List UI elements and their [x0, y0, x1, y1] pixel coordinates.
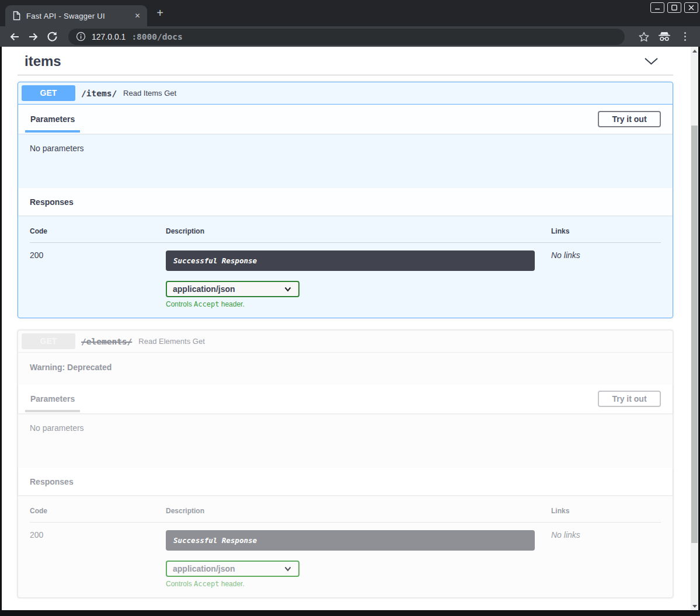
response-row: 200 Successful Response application/json… — [30, 243, 661, 308]
parameters-tab[interactable]: Parameters — [25, 394, 80, 403]
window-close-button[interactable] — [684, 2, 698, 13]
column-description: Description — [166, 507, 551, 515]
operation-get-elements-deprecated: GET /elements/ Read Elements Get Warning… — [18, 330, 673, 598]
forward-button[interactable] — [26, 29, 41, 44]
try-it-out-button[interactable]: Try it out — [598, 391, 661, 407]
responses-header: Responses — [18, 188, 673, 215]
column-code: Code — [30, 507, 166, 515]
address-bar[interactable]: 127.0.0.1:8000/docs — [68, 29, 625, 45]
deprecated-warning: Warning: Deprecated — [18, 353, 673, 384]
url-path: :8000/docs — [131, 32, 182, 41]
method-badge: GET — [22, 85, 75, 101]
accept-header-hint: Controls Accept header. — [166, 580, 551, 588]
url-host: 127.0.0.1 — [92, 32, 126, 41]
accept-header-hint: Controls Accept header. — [166, 300, 551, 308]
response-description-cell: Successful Response application/json Con… — [166, 530, 551, 588]
responses-title: Responses — [30, 477, 74, 486]
page-viewport: items GET /items/ Read Items Get Paramet… — [2, 47, 698, 610]
swagger-ui: items GET /items/ Read Items Get Paramet… — [2, 47, 691, 610]
media-type-select[interactable]: application/json — [166, 281, 299, 297]
responses-body: Code Description Links 200 Successful Re… — [18, 495, 673, 597]
tab-close-icon[interactable]: ✕ — [133, 11, 142, 21]
window-minimize-button[interactable] — [650, 2, 664, 13]
no-parameters-text: No parameters — [30, 144, 84, 153]
tag-name: items — [25, 53, 61, 69]
operation-get-items: GET /items/ Read Items Get Parameters Tr… — [18, 82, 673, 318]
new-tab-button[interactable]: + — [154, 7, 166, 20]
scrollbar-thumb[interactable] — [691, 126, 698, 543]
column-links: Links — [551, 227, 661, 235]
parameters-body: No parameters — [18, 134, 673, 188]
tag-section-header[interactable]: items — [18, 52, 673, 75]
operation-description: Read Items Get — [123, 89, 176, 98]
scroll-up-arrow[interactable] — [691, 47, 698, 55]
browser-tab[interactable]: Fast API - Swagger UI ✕ — [5, 5, 147, 26]
response-description-box: Successful Response — [166, 530, 535, 551]
response-description-text: Successful Response — [173, 256, 257, 265]
responses-body: Code Description Links 200 Successful Re… — [18, 215, 673, 318]
media-type-value: application/json — [173, 564, 235, 573]
responses-table-header: Code Description Links — [30, 227, 661, 243]
parameters-body: No parameters — [18, 413, 673, 468]
media-type-value: application/json — [173, 284, 235, 294]
operation-path: /elements/ — [81, 337, 132, 346]
column-code: Code — [30, 227, 166, 235]
response-code: 200 — [30, 530, 166, 588]
title-bar: Fast API - Swagger UI ✕ + — [0, 0, 700, 26]
responses-title: Responses — [30, 197, 74, 207]
reload-button[interactable] — [44, 29, 60, 44]
window-controls — [650, 2, 698, 13]
chevron-down-icon — [284, 566, 291, 572]
parameters-header: Parameters Try it out — [18, 105, 673, 134]
parameters-tab[interactable]: Parameters — [25, 114, 80, 124]
response-links: No links — [551, 250, 661, 308]
response-code: 200 — [30, 250, 166, 308]
vertical-scrollbar[interactable] — [691, 47, 698, 610]
browser-window: Fast API - Swagger UI ✕ + — [0, 0, 700, 616]
response-row: 200 Successful Response application/json… — [30, 523, 661, 588]
browser-menu-icon[interactable] — [678, 30, 692, 44]
url-text[interactable]: 127.0.0.1:8000/docs — [92, 32, 183, 41]
scroll-down-arrow[interactable] — [691, 602, 698, 610]
responses-header: Responses — [18, 468, 673, 495]
parameters-header: Parameters Try it out — [18, 384, 673, 413]
tab-title: Fast API - Swagger UI — [26, 12, 127, 20]
site-info-icon[interactable] — [76, 32, 86, 41]
column-description: Description — [166, 227, 551, 235]
back-button[interactable] — [7, 29, 22, 44]
window-maximize-button[interactable] — [667, 2, 681, 13]
no-parameters-text: No parameters — [30, 423, 84, 433]
response-description-cell: Successful Response application/json Con… — [166, 250, 551, 308]
browser-toolbar: 127.0.0.1:8000/docs — [0, 26, 700, 47]
operation-path: /items/ — [81, 89, 117, 98]
method-badge: GET — [22, 333, 75, 349]
response-description-box: Successful Response — [166, 250, 535, 271]
page-icon — [13, 11, 20, 20]
response-description-text: Successful Response — [173, 536, 257, 545]
try-it-out-button[interactable]: Try it out — [598, 111, 661, 127]
chevron-down-icon — [284, 287, 291, 292]
responses-table-header: Code Description Links — [30, 507, 661, 523]
response-links: No links — [551, 530, 661, 588]
bookmark-star-icon[interactable] — [637, 30, 651, 44]
incognito-icon — [657, 30, 671, 44]
media-type-select[interactable]: application/json — [166, 561, 299, 577]
operation-summary[interactable]: GET /elements/ Read Elements Get — [18, 330, 673, 353]
column-links: Links — [551, 507, 661, 515]
operation-description: Read Elements Get — [138, 337, 204, 346]
collapse-chevron-icon[interactable] — [644, 57, 659, 65]
operation-summary[interactable]: GET /items/ Read Items Get — [18, 82, 673, 105]
